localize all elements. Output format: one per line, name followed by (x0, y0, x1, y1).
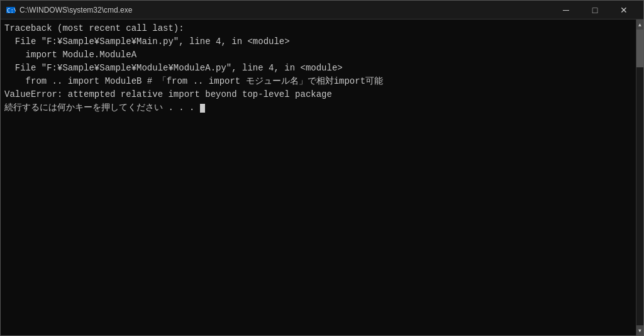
console-output[interactable]: Traceback (most recent call last): File … (1, 20, 636, 335)
cursor (200, 104, 205, 113)
scrollbar[interactable]: ▲ ▼ (636, 20, 643, 335)
svg-text:C:\: C:\ (7, 8, 16, 14)
minimize-button[interactable]: ─ (552, 1, 580, 20)
title-bar: C:\ C:\WINDOWS\system32\cmd.exe ─ □ ✕ (1, 1, 643, 20)
cmd-window: C:\ C:\WINDOWS\system32\cmd.exe ─ □ ✕ Tr… (0, 0, 644, 336)
scrollbar-thumb[interactable] (636, 30, 643, 67)
maximize-button[interactable]: □ (580, 1, 609, 20)
window-title: C:\WINDOWS\system32\cmd.exe (19, 6, 132, 14)
cmd-icon: C:\ (6, 5, 16, 15)
scrollbar-down-button[interactable]: ▼ (636, 325, 644, 335)
title-bar-controls: ─ □ ✕ (552, 1, 638, 20)
console-area: Traceback (most recent call last): File … (1, 20, 643, 335)
title-bar-left: C:\ C:\WINDOWS\system32\cmd.exe (6, 5, 132, 15)
close-button[interactable]: ✕ (609, 1, 638, 20)
scrollbar-track[interactable] (636, 30, 643, 325)
scrollbar-up-button[interactable]: ▲ (636, 20, 644, 30)
